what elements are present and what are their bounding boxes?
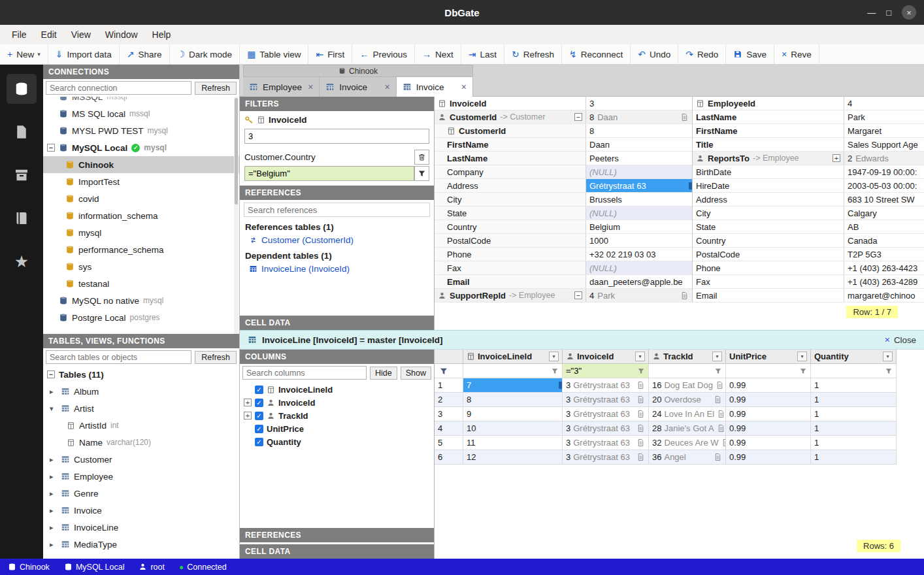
form-field-value[interactable]: Margaret	[844, 124, 924, 137]
form-field-value[interactable]: +1 (403) 263-4423	[844, 261, 924, 274]
grid-cell[interactable]: 3Grétrystraat 63	[563, 378, 649, 393]
filter-input[interactable]	[467, 366, 548, 376]
form-field-value[interactable]: 4	[844, 97, 924, 110]
filter-value-input[interactable]	[244, 129, 429, 144]
form-field-value[interactable]: Calgary	[844, 206, 924, 220]
tab-invoice-1[interactable]: Invoice×	[320, 76, 396, 97]
filter-input[interactable]	[566, 366, 635, 376]
chevron-right-icon[interactable]: ▸	[50, 540, 57, 549]
toolbar-button-save[interactable]: Save	[726, 44, 774, 64]
rail-databases-button[interactable]	[7, 74, 37, 104]
form-field-value[interactable]: 1947-09-19 00:00:	[844, 165, 924, 178]
form-field-value[interactable]: Belgium	[586, 220, 692, 233]
form-field-value[interactable]: Park	[844, 110, 924, 123]
form-field-value[interactable]: AB	[844, 220, 924, 233]
minimize-icon[interactable]: —	[867, 8, 876, 18]
toolbar-button-dark-mode[interactable]: ☽Dark mode	[170, 44, 240, 64]
toolbar-button-undo[interactable]: ↶Undo	[631, 44, 678, 64]
checkbox-checked[interactable]: ✓	[255, 399, 263, 407]
search-references-input[interactable]	[244, 203, 430, 217]
grid-cell[interactable]: 28Janie's Got A	[649, 421, 726, 436]
collapse-icon[interactable]: −	[574, 113, 582, 121]
grid-cell[interactable]: 32Deuces Are W	[649, 436, 726, 450]
connection-item-ms-sql-local[interactable]: MS SQL localmssql	[43, 105, 239, 122]
menu-help[interactable]: Help	[146, 27, 178, 42]
grid-cell[interactable]: 0.99	[726, 393, 811, 407]
grid-cell[interactable]: 3Grétrystraat 63	[563, 436, 649, 450]
grid-cell[interactable]: 0.99	[726, 436, 811, 450]
table-item-invoice[interactable]: ▸Invoice	[43, 502, 239, 519]
form-field-value[interactable]: 3	[586, 97, 692, 110]
expand-icon[interactable]: +	[833, 154, 840, 162]
database-item-importtest[interactable]: ImportTest	[43, 173, 239, 190]
grid-column-header-quantity[interactable]: Quantity▾	[811, 350, 897, 364]
form-field-value[interactable]: T2P 5G3	[844, 248, 924, 261]
remove-filter-button[interactable]	[414, 150, 429, 165]
column-item-artistid[interactable]: ArtistIdint	[43, 417, 239, 434]
grid-cell[interactable]: 1	[811, 450, 897, 465]
grid-column-header-invoiceid[interactable]: InvoiceId▾	[563, 350, 649, 364]
chevron-right-icon[interactable]: ▸	[50, 523, 57, 532]
toolbar-button-redo[interactable]: ↷Redo	[678, 44, 726, 64]
form-field-value[interactable]: Brussels	[586, 193, 692, 206]
database-item-mysql[interactable]: mysql	[43, 224, 239, 241]
grid-cell[interactable]: 0.99	[726, 378, 811, 393]
toolbar-button-refresh[interactable]: ↻Refresh	[504, 44, 562, 64]
grid-cell[interactable]: 7	[463, 378, 563, 393]
form-field-value[interactable]: Canada	[844, 234, 924, 247]
rail-files-button[interactable]	[7, 117, 37, 147]
grid-column-header-invoicelineid[interactable]: InvoiceLineId▾	[463, 350, 563, 364]
chevron-right-icon[interactable]: ▸	[50, 489, 57, 498]
reference-link-invoiceline-invoiceid[interactable]: InvoiceLine (InvoiceId)	[240, 262, 434, 276]
connection-item-postgre-local[interactable]: Postgre Localpostgres	[43, 309, 239, 326]
connection-item-mssql[interactable]: MSSQLmssql	[43, 97, 239, 105]
chevron-right-icon[interactable]: ▸	[50, 472, 57, 481]
form-field-value[interactable]: Daan	[586, 138, 692, 151]
grid-cell[interactable]: 20Overdose	[649, 393, 726, 407]
collapse-icon[interactable]: −	[47, 144, 55, 152]
form-field-value[interactable]: (NULL)	[586, 206, 692, 220]
toolbar-button-next[interactable]: →Next	[415, 44, 461, 64]
grid-cell[interactable]: 3Grétrystraat 63	[563, 407, 649, 421]
grid-cell[interactable]: 0.99	[726, 421, 811, 436]
database-item-chinook[interactable]: Chinook	[43, 156, 239, 173]
grid-cell[interactable]: 9	[463, 407, 563, 421]
form-field-value[interactable]: 683 10 Street SW	[844, 193, 924, 206]
grid-cell[interactable]: 3Grétrystraat 63	[563, 421, 649, 436]
maximize-icon[interactable]: □	[886, 8, 891, 18]
grid-cell[interactable]: 3Grétrystraat 63	[563, 393, 649, 407]
show-columns-button[interactable]: Show	[401, 367, 431, 380]
form-field-value[interactable]: (NULL)	[586, 261, 692, 274]
close-detail-button[interactable]: × Close	[885, 335, 916, 345]
connection-item-mysql-no-native[interactable]: MySQL no nativemysql	[43, 292, 239, 309]
form-field-value[interactable]: 8Daan	[586, 110, 692, 123]
rail-favorites-button[interactable]: ★	[7, 246, 37, 276]
table-item-mediatype[interactable]: ▸MediaType	[43, 536, 239, 553]
form-field-value[interactable]: 8	[586, 124, 692, 137]
grid-filter-trackid[interactable]	[649, 364, 726, 378]
checkbox-checked[interactable]: ✓	[255, 438, 263, 446]
refresh-connections-button[interactable]: Refresh	[195, 82, 237, 95]
filter-value-input[interactable]	[244, 166, 414, 181]
form-field-value[interactable]: +32 02 219 03 03	[586, 248, 692, 261]
close-icon[interactable]: ×	[902, 5, 916, 20]
grid-cell[interactable]: 3Grétrystraat 63	[563, 450, 649, 465]
grid-cell[interactable]: 8	[463, 393, 563, 407]
checkbox-checked[interactable]: ✓	[255, 386, 263, 394]
grid-cell[interactable]: 1	[811, 436, 897, 450]
form-field-value[interactable]: +1 (403) 263-4289	[844, 275, 924, 288]
toolbar-button-reve[interactable]: ×Reve	[774, 44, 819, 64]
column-toggle-quantity[interactable]: ✓Quantity	[240, 435, 434, 448]
close-icon[interactable]: ×	[308, 82, 313, 92]
tables-root[interactable]: −Tables (11)	[43, 366, 239, 383]
form-field-value[interactable]: 1000	[586, 234, 692, 247]
grid-column-header-trackid[interactable]: TrackId▾	[649, 350, 726, 364]
column-toggle-invoicelineid[interactable]: ✓InvoiceLineId	[240, 383, 434, 396]
filter-input[interactable]	[814, 366, 882, 376]
toolbar-button-previous[interactable]: ←Previous	[352, 44, 415, 64]
form-field-value[interactable]: Peeters	[586, 152, 692, 165]
column-menu-button[interactable]: ▾	[635, 352, 645, 361]
grid-cell[interactable]: 11	[463, 436, 563, 450]
toolbar-button-first[interactable]: ⇤First	[308, 44, 352, 64]
checkbox-checked[interactable]: ✓	[255, 425, 263, 433]
